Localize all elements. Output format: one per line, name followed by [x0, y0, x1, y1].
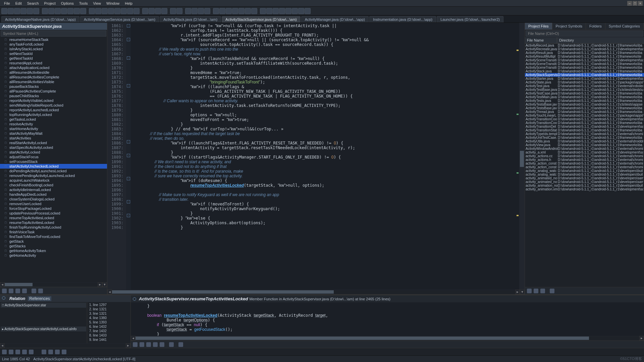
file-row[interactable]: ActivitySceneTransitiD:\dow\android-5.1.… [525, 66, 644, 69]
symbol-item[interactable]: setFocusedStack [0, 159, 107, 164]
file-row[interactable]: activity_animation_noD:\dow\android-5.1.… [525, 184, 644, 187]
toolbar-btn-7[interactable] [48, 8, 54, 14]
toolbar-btn-37[interactable] [251, 8, 257, 14]
symbol-item[interactable]: sendWaitingVisibleReportLocked [0, 103, 107, 108]
symbol-item[interactable]: doPendingActivityLaunchesLocked [0, 169, 107, 173]
file-row[interactable]: ActivitySceneTransitiD:\dow\android-5.1.… [525, 58, 644, 62]
file-row[interactable]: ActivityTestMain.javaD:\dow\android-5.1.… [525, 95, 644, 99]
symbol-item[interactable]: isInAnyStackLocked [0, 47, 107, 51]
bt-8[interactable] [55, 350, 60, 354]
toolbar-btn-3[interactable] [20, 8, 26, 14]
reference-line[interactable]: 6. line 1432 [88, 324, 130, 329]
bt-7[interactable] [48, 350, 53, 354]
toolbar-btn-39[interactable] [266, 8, 272, 14]
toolbar-btn-18[interactable] [121, 8, 127, 14]
file-row[interactable]: ActivityState.javaD:\dow\android-5.1.1_r… [525, 80, 644, 84]
copy-icon[interactable] [540, 289, 545, 293]
file-row[interactable]: ActivityStack.javaD:\dow\android-5.1.1_r… [525, 69, 644, 73]
toolbar-btn-42[interactable] [285, 8, 291, 14]
add-icon[interactable] [534, 289, 538, 293]
reference-line[interactable]: 7. line 1432 [88, 329, 130, 333]
file-row[interactable]: activity_a.xmlD:\dow\android-5.1.1_r1\an… [525, 150, 644, 154]
symbol-item[interactable]: startActivityUncheckedLocked [0, 164, 107, 169]
toolbar-btn-35[interactable] [238, 8, 245, 14]
fn-ic-3[interactable] [146, 342, 151, 347]
toolbar-btn-33[interactable] [226, 8, 232, 14]
toolbar-btn-6[interactable] [42, 8, 48, 14]
toolbar-btn-9[interactable] [61, 8, 67, 14]
symbol-item[interactable]: checkFinishBootingLocked [0, 183, 107, 187]
toolbar-btn-0[interactable] [1, 8, 7, 14]
symbol-item[interactable]: handleAppDiedLocked [0, 192, 107, 197]
file-list[interactable]: ActivityRecord.javaD:\dow\android-5.1.1_… [525, 44, 644, 287]
symbol-item[interactable]: pauseChildStacks [0, 94, 107, 98]
menu-help[interactable]: Help [122, 1, 135, 5]
tab-project-files[interactable]: Project Files [525, 23, 552, 29]
symbol-item[interactable]: removePendingActivityLaunchesLocked [0, 173, 107, 178]
symbol-search-input[interactable]: Symbol Name (Alt+L) [1, 31, 106, 37]
toolbar-btn-16[interactable] [108, 8, 114, 14]
toolbar-btn-1[interactable] [8, 8, 14, 14]
file-row[interactable]: ActivityTestsBase.javD:\dow\android-5.1.… [525, 106, 644, 110]
bt-6[interactable] [42, 350, 46, 354]
file-row[interactable]: activity_action_constD:\dow\android-5.1.… [525, 162, 644, 165]
tool-ic-3[interactable] [15, 289, 20, 293]
relation-hscroll[interactable]: ◄► [0, 343, 130, 348]
symbol-item[interactable]: resolveActivity [0, 122, 107, 126]
symbol-item[interactable]: allPausedActivitiesComplete [0, 89, 107, 94]
file-row[interactable]: ActivityTypeIds.templD:\dow\android-5.1.… [525, 132, 644, 136]
symbol-item[interactable]: updatePreviousProcessLocked [0, 211, 107, 216]
file-row[interactable]: ActivityTouchLinearLD:\dow\android-5.1.1… [525, 114, 644, 117]
toolbar-btn-31[interactable] [213, 8, 219, 14]
file-row[interactable]: ActivityStackSupervisD:\dow\android-5.1.… [525, 73, 644, 77]
file-row[interactable]: ActivityStarter.javaD:\dow\android-5.1.1… [525, 77, 644, 80]
toolbar-btn-30[interactable] [204, 8, 210, 14]
toolbar-btn-28[interactable] [192, 8, 198, 14]
function-hscroll[interactable]: ◄► [131, 336, 644, 341]
file-filter-input[interactable]: File Name (Ctrl+O) [526, 31, 643, 37]
col-filename[interactable]: File Name [525, 37, 557, 43]
toolbar-btn-22[interactable] [149, 8, 155, 14]
file-row[interactable]: ActivityTestCase.javaD:\dow\android-5.1.… [525, 92, 644, 95]
tool-ic-2[interactable] [9, 289, 13, 293]
toolbar-btn-41[interactable] [279, 8, 285, 14]
toolbar-btn-27[interactable] [185, 8, 191, 14]
tab-folders[interactable]: Folders [586, 23, 605, 29]
close-icon[interactable]: × [638, 1, 643, 6]
symbol-item[interactable]: startActivityLocked [0, 150, 107, 155]
file-row[interactable]: activity_action_constD:\dow\android-5.1.… [525, 165, 644, 169]
symbol-item[interactable]: finishVoiceTask [0, 230, 107, 234]
symbol-item[interactable]: removeUserLocked [0, 201, 107, 206]
reference-line[interactable]: 5. line 1393 [88, 320, 130, 324]
file-row[interactable]: ActivityView.javaD:\dow\android-5.1.1_r1… [525, 143, 644, 147]
menu-search[interactable]: Search [24, 1, 42, 5]
bt-9[interactable] [62, 350, 66, 354]
toolbar-btn-5[interactable] [33, 8, 39, 14]
symbol-item[interactable]: resumedAppLocked [0, 61, 107, 65]
symbol-item[interactable]: forceStopPackageLocked [0, 206, 107, 211]
editor-tab-5[interactable]: Instrumentation.java (D:\dow\...\app) [369, 16, 436, 22]
file-row[interactable]: ActivityTests.javaD:\dow\android-5.1.1_r… [525, 99, 644, 103]
symbol-item[interactable]: allResumedActivitiesComplete [0, 75, 107, 79]
editor-tab-2[interactable]: ActivityStack.java (D:\dow\...\am) [160, 16, 221, 22]
menu-tools[interactable]: Tools [76, 1, 91, 5]
editor-tab-3[interactable]: ActivityStackSupervisor.java (D:\dow\...… [222, 16, 301, 22]
symbol-item[interactable]: getHomeActivity [0, 253, 107, 258]
relation-tree[interactable]: □ ActivityStackSupervisor.star ▸ Activit… [0, 302, 87, 343]
tool-ic-6[interactable] [38, 289, 43, 293]
toolbar-btn-4[interactable] [27, 8, 33, 14]
references-tab[interactable]: References [28, 296, 51, 301]
toolbar-btn-10[interactable] [67, 8, 73, 14]
symbol-item[interactable]: closeSystemDialogsLocked [0, 197, 107, 201]
symbol-item[interactable]: startSpecificActivityLocked [0, 145, 107, 150]
symbol-item[interactable]: activityIdleInternalLocked [0, 187, 107, 192]
editor-tab-1[interactable]: ActivityManagerService.java (D:\dow\...\… [80, 16, 159, 22]
symbol-item[interactable]: acquireLaunchWakelock [0, 178, 107, 183]
reference-lines[interactable]: 1. line 12972. line 13213. line 13214. l… [87, 302, 130, 343]
toolbar-btn-12[interactable] [80, 8, 86, 14]
file-row[interactable]: activity_animation.xmD:\dow\android-5.1.… [525, 187, 644, 191]
toolbar-btn-23[interactable] [155, 8, 161, 14]
toolbar-btn-38[interactable] [260, 8, 266, 14]
reference-line[interactable]: 4. line 1380 [88, 316, 130, 320]
toolbar-btn-44[interactable] [298, 8, 304, 14]
